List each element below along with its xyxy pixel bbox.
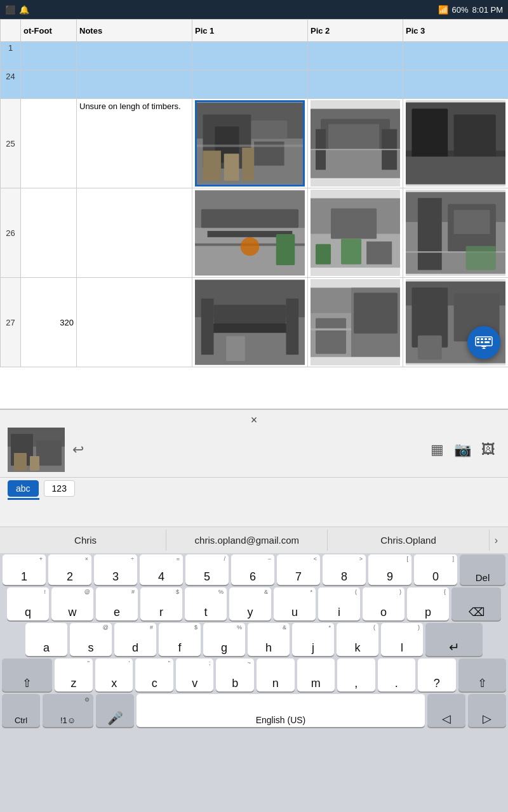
autocomplete-more-arrow[interactable]: › xyxy=(490,535,503,546)
key-sym[interactable]: ⚙ !1☺ xyxy=(43,694,93,727)
cell-foot[interactable] xyxy=(21,70,77,99)
key-c[interactable]: "c xyxy=(135,658,173,691)
autocomplete-chris-opland[interactable]: Chris.Opland xyxy=(328,530,489,551)
pic1-image[interactable] xyxy=(195,279,305,365)
key-q[interactable]: !q xyxy=(7,587,49,620)
key-n[interactable]: n xyxy=(257,658,295,691)
cell-pic2[interactable] xyxy=(308,70,403,99)
key-r[interactable]: $r xyxy=(140,587,182,620)
keyboard-fab-button[interactable] xyxy=(467,326,500,359)
cell-foot[interactable] xyxy=(21,42,77,70)
cell-pic3[interactable] xyxy=(403,42,509,70)
key-i[interactable]: (i xyxy=(318,587,360,620)
key-o[interactable]: )o xyxy=(363,587,404,620)
pic2-image[interactable] xyxy=(311,190,400,276)
table-row[interactable]: 25 Unsure on lengh of timbers. xyxy=(1,99,509,188)
cell-foot[interactable]: 320 xyxy=(21,278,77,367)
key-y[interactable]: &y xyxy=(229,587,271,620)
cell-pic1[interactable] xyxy=(192,99,308,188)
key-1[interactable]: +1 xyxy=(3,554,46,585)
pic1-image[interactable] xyxy=(195,190,305,276)
key-d[interactable]: #d xyxy=(114,623,156,656)
key-4[interactable]: =4 xyxy=(140,554,183,585)
cell-pic2[interactable] xyxy=(308,42,403,70)
autocomplete-email[interactable]: chris.opland@gmail.com xyxy=(166,530,328,551)
table-row[interactable]: 26 xyxy=(1,188,509,278)
key-s[interactable]: @s xyxy=(70,623,112,656)
key-x[interactable]: 'x xyxy=(95,658,133,691)
pic2-image[interactable] xyxy=(311,100,400,187)
cell-pic1[interactable] xyxy=(192,278,308,367)
key-period[interactable]: . xyxy=(378,658,416,691)
cell-notes[interactable] xyxy=(77,42,192,70)
cell-pic1[interactable] xyxy=(192,70,308,99)
image-icon[interactable]: 🖼 xyxy=(481,442,495,458)
key-9[interactable]: [9 xyxy=(368,554,411,585)
key-question[interactable]: ? xyxy=(418,658,456,691)
table-row[interactable]: 1 xyxy=(1,42,509,70)
key-b[interactable]: ~b xyxy=(216,658,254,691)
key-m[interactable]: m xyxy=(297,658,335,691)
pic3-image[interactable] xyxy=(406,100,505,187)
camera-icon[interactable]: 📷 xyxy=(454,442,471,458)
key-5[interactable]: /5 xyxy=(185,554,229,585)
cell-pic3[interactable] xyxy=(403,70,509,99)
key-e[interactable]: #e xyxy=(96,587,138,620)
cell-pic1[interactable] xyxy=(192,188,308,278)
cell-notes[interactable] xyxy=(77,70,192,99)
numeric-mode-button[interactable]: 123 xyxy=(44,480,75,497)
key-z[interactable]: "z xyxy=(55,658,93,691)
key-shift-left[interactable]: ⇧ xyxy=(2,658,52,691)
cell-foot[interactable] xyxy=(21,99,77,188)
key-7[interactable]: <7 xyxy=(277,554,320,585)
key-shift-right[interactable]: ⇧ xyxy=(458,658,506,691)
barcode-icon[interactable]: ▦ xyxy=(431,442,444,458)
key-k[interactable]: (k xyxy=(337,623,378,656)
key-v[interactable]: ;v xyxy=(176,658,214,691)
key-h[interactable]: &h xyxy=(248,623,290,656)
cell-pic3[interactable] xyxy=(403,278,509,367)
key-j[interactable]: *j xyxy=(292,623,334,656)
pic3-image[interactable] xyxy=(406,190,505,276)
key-space[interactable]: English (US) xyxy=(137,694,425,727)
key-del[interactable]: Del xyxy=(460,554,505,585)
key-ctrl[interactable]: Ctrl xyxy=(2,694,40,727)
key-a[interactable]: a xyxy=(25,623,67,656)
key-f[interactable]: $f xyxy=(159,623,201,656)
table-row[interactable]: 27 320 xyxy=(1,278,509,367)
cell-pic3[interactable] xyxy=(403,188,509,278)
key-enter[interactable]: ↵ xyxy=(425,623,483,656)
key-arrow-right[interactable]: ▷ xyxy=(468,694,506,727)
undo-button[interactable]: ↩ xyxy=(72,442,84,458)
cell-pic2[interactable] xyxy=(308,188,403,278)
key-arrow-left[interactable]: ◁ xyxy=(427,694,465,727)
cell-pic1[interactable] xyxy=(192,42,308,70)
key-2[interactable]: ×2 xyxy=(48,554,91,585)
key-3[interactable]: ÷3 xyxy=(94,554,137,585)
key-l[interactable]: )l xyxy=(381,623,423,656)
cell-notes[interactable] xyxy=(77,188,192,278)
table-row[interactable]: 24 xyxy=(1,70,509,99)
cell-pic2[interactable] xyxy=(308,99,403,188)
key-w[interactable]: @w xyxy=(51,587,93,620)
key-comma[interactable]: , xyxy=(337,658,375,691)
autocomplete-chris[interactable]: Chris xyxy=(5,530,166,551)
key-t[interactable]: %t xyxy=(185,587,227,620)
key-mic[interactable]: 🎤 xyxy=(96,694,134,727)
pic2-image[interactable] xyxy=(311,279,400,365)
cell-foot[interactable] xyxy=(21,188,77,278)
key-g[interactable]: %g xyxy=(203,623,245,656)
abc-mode-button[interactable]: abc xyxy=(8,480,39,497)
cell-pic3[interactable] xyxy=(403,99,509,188)
key-u[interactable]: *u xyxy=(274,587,316,620)
pic1-image-selected[interactable] xyxy=(195,100,305,187)
key-p[interactable]: {p xyxy=(407,587,449,620)
cell-notes[interactable] xyxy=(77,278,192,367)
key-0[interactable]: ]0 xyxy=(414,554,457,585)
cell-notes[interactable]: Unsure on lengh of timbers. xyxy=(77,99,192,188)
cell-pic2[interactable] xyxy=(308,278,403,367)
key-6[interactable]: −6 xyxy=(231,554,274,585)
key-backspace[interactable]: ⌫ xyxy=(451,587,501,620)
key-8[interactable]: >8 xyxy=(323,554,366,585)
close-button[interactable]: × xyxy=(251,414,258,427)
